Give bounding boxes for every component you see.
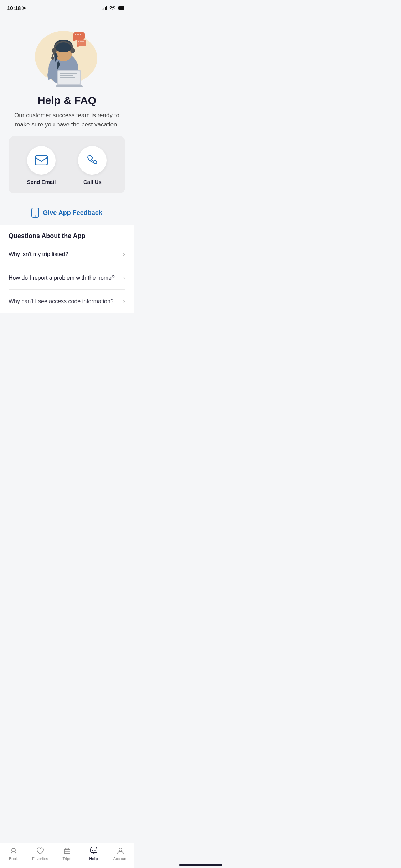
email-circle	[27, 146, 56, 175]
call-us-button[interactable]: Call Us	[78, 146, 107, 185]
mobile-icon	[31, 208, 39, 218]
send-email-label: Send Email	[27, 179, 56, 185]
faq-arrow-0: ›	[123, 250, 125, 258]
battery-icon	[118, 6, 127, 10]
svg-point-8	[80, 34, 81, 35]
time-display: 10:18	[7, 5, 21, 11]
faq-section: Questions About the App Why isn't my tri…	[0, 225, 134, 313]
hero-illustration	[31, 17, 103, 89]
faq-arrow-2: ›	[123, 298, 125, 305]
svg-point-6	[75, 34, 76, 35]
svg-rect-26	[56, 85, 83, 87]
status-bar: 10:18 ➤	[0, 0, 134, 14]
faq-item-1[interactable]: How do I report a problem with the home?…	[9, 266, 125, 290]
svg-rect-4	[73, 32, 85, 40]
status-time: 10:18 ➤	[7, 5, 26, 11]
wifi-icon	[109, 6, 115, 10]
call-us-label: Call Us	[83, 179, 102, 185]
svg-point-5	[73, 38, 76, 41]
svg-point-10	[77, 45, 79, 47]
feedback-label: Give App Feedback	[43, 209, 102, 217]
svg-point-12	[80, 41, 82, 42]
svg-rect-27	[35, 156, 47, 165]
signal-strength	[102, 6, 108, 10]
svg-rect-1	[118, 6, 124, 10]
svg-point-13	[82, 41, 84, 42]
faq-arrow-1: ›	[123, 274, 125, 281]
faq-question-1: How do I report a problem with the home?	[9, 275, 119, 281]
feedback-section: Give App Feedback	[0, 201, 134, 225]
send-email-button[interactable]: Send Email	[27, 146, 56, 185]
faq-question-2: Why can't I see access code information?	[9, 298, 119, 305]
faq-item-0[interactable]: Why isn't my trip listed? ›	[9, 243, 125, 266]
page-title: Help & FAQ	[37, 94, 96, 107]
svg-rect-23	[60, 73, 77, 74]
faq-section-title: Questions About the App	[9, 232, 125, 240]
svg-point-11	[78, 41, 79, 42]
svg-point-7	[77, 34, 79, 35]
hero-section: Help & FAQ Our customer success team is …	[0, 14, 134, 201]
faq-question-0: Why isn't my trip listed?	[9, 251, 119, 258]
svg-point-29	[35, 216, 36, 217]
call-circle	[78, 146, 107, 175]
status-icons	[102, 6, 127, 10]
email-icon	[35, 155, 48, 165]
faq-item-2[interactable]: Why can't I see access code information?…	[9, 290, 125, 313]
location-icon: ➤	[22, 5, 26, 11]
svg-rect-25	[60, 77, 75, 78]
svg-point-20	[51, 57, 54, 60]
svg-rect-24	[60, 75, 73, 76]
svg-point-18	[52, 48, 57, 53]
svg-point-19	[70, 48, 75, 53]
phone-icon	[86, 154, 98, 166]
give-feedback-button[interactable]: Give App Feedback	[31, 208, 102, 218]
svg-rect-9	[77, 40, 86, 46]
contact-card: Send Email Call Us	[9, 136, 125, 193]
page-subtitle: Our customer success team is ready to ma…	[10, 111, 124, 129]
